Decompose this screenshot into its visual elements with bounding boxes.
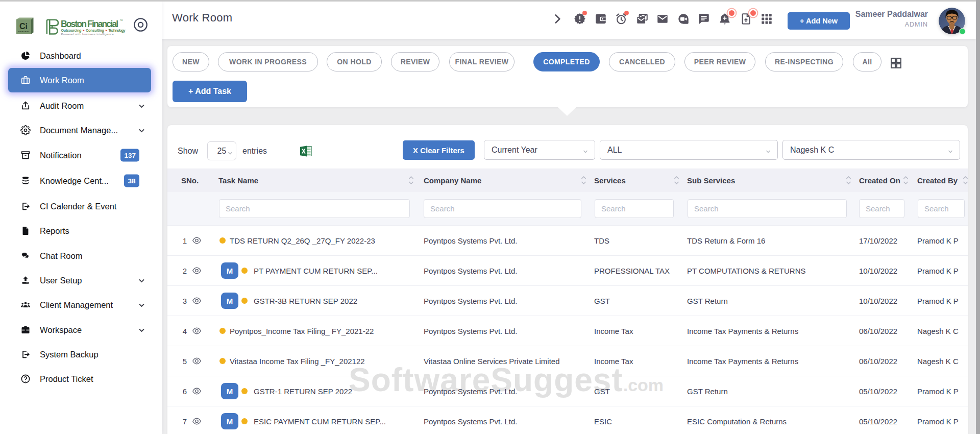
created-by-cell: Nagesh K C xyxy=(917,327,959,335)
col-created-by[interactable]: Created By xyxy=(917,176,958,185)
task-name-cell[interactable]: ESIC PAYMENT CUM RETURN SEP... xyxy=(254,417,386,426)
user-filter-select[interactable]: Nagesh K C xyxy=(782,140,960,160)
vertical-scrollbar[interactable] xyxy=(976,0,980,434)
company-cell: Poyntpos Systems Pvt. Ltd. xyxy=(424,327,517,335)
status-pill-on-hold[interactable]: ON HOLD xyxy=(327,52,382,71)
task-name-cell[interactable]: Vitastaa Income Tax Filing _FY_202122 xyxy=(230,357,365,366)
services-cell: TDS xyxy=(594,236,609,245)
table-header: SNo. Task Name Company Name Services Sub… xyxy=(167,168,968,192)
clear-filters-button[interactable]: X Clear Filters xyxy=(403,140,475,160)
status-pill-final-review[interactable]: FINAL REVIEW xyxy=(449,52,514,71)
sidebar-item-client-management[interactable]: Client Management xyxy=(0,293,162,317)
row-number: 2 xyxy=(181,267,188,275)
view-eye-icon[interactable] xyxy=(192,236,202,246)
sidebar-item-system-backup[interactable]: System Backup xyxy=(0,342,162,367)
file-upload-icon[interactable] xyxy=(740,12,753,26)
sidebar-item-knowledge-center[interactable]: Knowledge Cent... 38 xyxy=(0,168,162,193)
user-name[interactable]: Sameer Paddalwar xyxy=(855,10,928,19)
search-task-name-input[interactable] xyxy=(219,199,410,218)
sidebar-collapse-toggle-icon[interactable] xyxy=(133,17,148,32)
grid-view-toggle-icon[interactable] xyxy=(890,57,902,69)
sidebar-item-work-room[interactable]: Work Room xyxy=(8,68,151,92)
task-name-cell[interactable]: PT PAYMENT CUM RETURN SEP... xyxy=(254,267,378,275)
sort-icon[interactable] xyxy=(903,175,909,185)
task-name-cell[interactable]: Poyntpos_Income Tax Filing_ FY_2021-22 xyxy=(230,327,374,335)
view-eye-icon[interactable] xyxy=(192,417,202,426)
table-row-2[interactable]: 2 M PT PAYMENT CUM RETURN SEP... Poyntpo… xyxy=(167,255,968,285)
view-eye-icon[interactable] xyxy=(192,356,202,366)
sidebar-item-user-setup[interactable]: User Setup xyxy=(0,268,162,293)
sidebar-item-document-management[interactable]: Document Manage... xyxy=(0,118,162,142)
avatar[interactable] xyxy=(939,8,965,34)
col-services[interactable]: Services xyxy=(594,176,626,185)
table-row-4[interactable]: 4 Poyntpos_Income Tax Filing_ FY_2021-22… xyxy=(167,316,968,346)
status-pill-new[interactable]: NEW xyxy=(173,52,209,71)
row-number: 7 xyxy=(181,417,188,426)
sidebar-item-chat-room[interactable]: Chat Room xyxy=(0,244,162,268)
svg-text:Consulting: Consulting xyxy=(86,28,104,33)
col-company[interactable]: Company Name xyxy=(424,176,481,185)
search-services-input[interactable] xyxy=(595,199,674,218)
sidebar-item-notification[interactable]: Notification 137 xyxy=(0,143,162,167)
sidebar-item-reports[interactable]: Reports xyxy=(0,219,162,243)
expand-chevron-icon[interactable] xyxy=(551,12,564,26)
status-pill-work-in-progress[interactable]: WORK IN PROGRESS xyxy=(218,52,318,71)
task-name-cell[interactable]: GSTR-3B RETURN SEP 2022 xyxy=(254,297,357,305)
view-eye-icon[interactable] xyxy=(192,266,202,276)
chat-message-icon[interactable] xyxy=(697,12,710,26)
status-pill-completed[interactable]: COMPLETED xyxy=(533,52,600,71)
video-meeting-icon[interactable] xyxy=(677,12,690,26)
sort-icon[interactable] xyxy=(846,175,851,185)
inbox-stack-icon[interactable] xyxy=(635,12,649,26)
add-new-button[interactable]: + Add New xyxy=(788,12,850,30)
sidebar-item-product-ticket[interactable]: Product Ticket xyxy=(0,367,162,391)
view-eye-icon[interactable] xyxy=(192,296,202,306)
sidebar-item-workspace[interactable]: Workspace xyxy=(0,318,162,342)
status-pill-all[interactable]: All xyxy=(853,52,881,71)
alarm-clock-icon[interactable] xyxy=(615,12,628,26)
status-pill-cancelled[interactable]: CANCELLED xyxy=(609,52,675,71)
company-cell: Poyntpos Systems Pvt. Ltd. xyxy=(424,417,517,426)
task-name-cell[interactable]: TDS RETURN Q2_26Q _27Q_FY 2022-23 xyxy=(230,236,375,245)
sidebar-item-dashboard[interactable]: Dashboard xyxy=(0,43,162,68)
online-status-dot xyxy=(959,28,966,35)
alerts-badge-icon[interactable] xyxy=(573,12,586,26)
sort-icon[interactable] xyxy=(674,175,679,185)
search-created-on-input[interactable] xyxy=(859,199,904,218)
page-size-select[interactable]: 25 xyxy=(207,141,236,160)
notification-add-bell-icon[interactable] xyxy=(718,12,731,26)
col-sub-services[interactable]: Sub Services xyxy=(687,176,735,185)
search-sub-services-input[interactable] xyxy=(688,199,847,218)
table-row-6[interactable]: 6 M GSTR-1 RETURN SEP 2022 Poyntpos Syst… xyxy=(167,376,968,406)
wallet-icon[interactable] xyxy=(594,12,607,26)
table-row-3[interactable]: 3 M GSTR-3B RETURN SEP 2022 Poyntpos Sys… xyxy=(167,285,968,316)
col-task-name[interactable]: Task Name xyxy=(218,176,258,185)
ci-logo[interactable]: Ci xyxy=(15,17,34,35)
add-task-button[interactable]: + Add Task xyxy=(173,81,247,102)
table-row-5[interactable]: 5 Vitastaa Income Tax Filing _FY_202122 … xyxy=(167,346,968,376)
view-eye-icon[interactable] xyxy=(192,326,202,336)
excel-export-icon[interactable] xyxy=(299,144,312,158)
service-filter-select[interactable]: ALL xyxy=(600,140,778,160)
sidebar-item-audit-room[interactable]: Audit Room xyxy=(0,93,162,118)
table-row-1[interactable]: 1 TDS RETURN Q2_26Q _27Q_FY 2022-23 Poyn… xyxy=(167,225,968,255)
services-cell: Income Tax xyxy=(594,357,633,366)
status-pill-review[interactable]: REVIEW xyxy=(391,52,439,71)
task-name-cell[interactable]: GSTR-1 RETURN SEP 2022 xyxy=(254,387,352,396)
status-pill-peer-review[interactable]: PEER REVIEW xyxy=(684,52,755,71)
apps-grid-icon[interactable] xyxy=(760,12,773,26)
sort-icon[interactable] xyxy=(963,175,968,185)
sort-icon[interactable] xyxy=(581,175,586,185)
created-on-cell: 10/10/2022 xyxy=(859,267,897,275)
col-created-on[interactable]: Created On xyxy=(859,176,900,185)
status-pill-re-inspecting[interactable]: RE-INSPECTING xyxy=(765,52,843,71)
search-created-by-input[interactable] xyxy=(918,199,965,218)
sort-icon[interactable] xyxy=(408,175,414,185)
search-company-input[interactable] xyxy=(424,199,581,218)
view-eye-icon[interactable] xyxy=(192,387,202,396)
col-sno[interactable]: SNo. xyxy=(181,176,199,185)
year-filter-select[interactable]: Current Year xyxy=(484,140,595,160)
mail-icon[interactable] xyxy=(656,12,669,26)
sidebar-item-ci-calender-event[interactable]: CI Calender & Event xyxy=(0,194,162,219)
table-row-7[interactable]: 7 M ESIC PAYMENT CUM RETURN SEP... Poynt… xyxy=(167,406,968,434)
